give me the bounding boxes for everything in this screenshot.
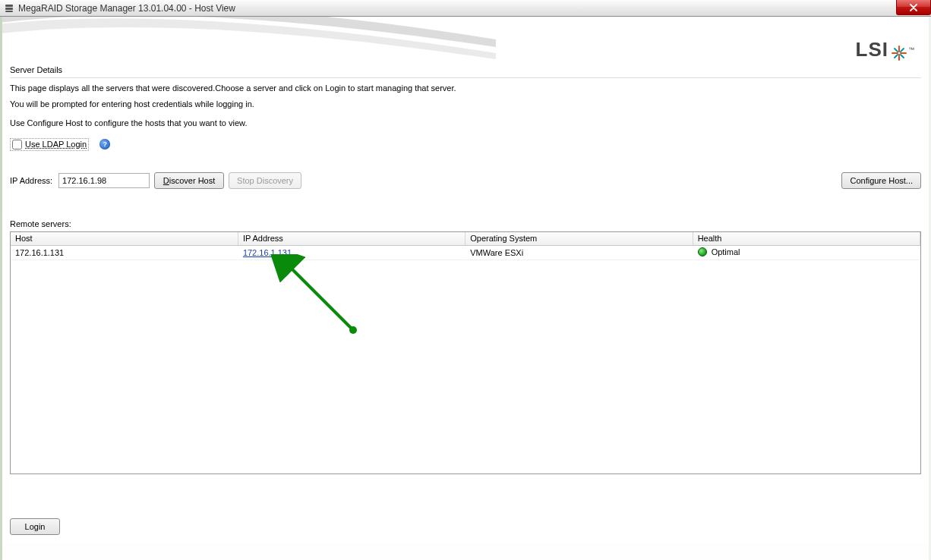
header-swoosh [2,17,496,61]
ldap-login-text: Use LDAP Login [25,140,87,149]
svg-rect-2 [5,11,13,12]
desc-line-1: This page displays all the servers that … [10,83,921,94]
remote-servers-label: Remote servers: [10,219,921,228]
login-button[interactable]: Login [10,518,60,535]
lsi-logo: LSI ™ [856,38,915,61]
desc-line-3: Use Configure Host to configure the host… [10,118,921,129]
close-icon [909,4,918,11]
desc-line-2: You will be prompted for entering host c… [10,99,921,110]
remote-servers-table: Host IP Address Operating System Health … [11,232,920,261]
logo-tm: ™ [908,46,915,53]
cell-os: VMWare ESXi [466,246,693,260]
discover-host-button[interactable]: Discover Host [154,172,224,189]
ldap-login-checkbox[interactable] [12,140,22,149]
server-details-heading: Server Details [10,65,921,78]
col-os[interactable]: Operating System [466,232,693,246]
health-optimal-icon [698,247,707,256]
app-icon [3,2,15,14]
ip-address-label: IP Address: [10,176,52,185]
cell-host: 172.16.1.131 [11,246,238,260]
header-area: LSI ™ [2,17,929,61]
cell-ip-link[interactable]: 172.16.1.131 [243,248,292,257]
cell-health: Optimal [712,247,740,256]
window-title: MegaRAID Storage Manager 13.01.04.00 - H… [18,3,235,14]
col-health[interactable]: Health [693,232,920,246]
col-ip[interactable]: IP Address [238,232,465,246]
window-titlebar: MegaRAID Storage Manager 13.01.04.00 - H… [0,0,931,17]
logo-text: LSI [856,38,888,61]
logo-spark-icon [892,42,907,58]
col-host[interactable]: Host [11,232,238,246]
svg-rect-0 [5,5,13,7]
ldap-login-checkbox-label[interactable]: Use LDAP Login [10,138,89,151]
stop-discovery-button[interactable]: Stop Discovery [229,172,301,189]
ip-address-input[interactable] [58,173,150,188]
table-row[interactable]: 172.16.1.131 172.16.1.131 VMWare ESXi Op… [11,246,920,260]
configure-host-button[interactable]: Configure Host... [841,172,921,189]
window-close-button[interactable] [896,0,931,15]
svg-rect-1 [5,8,13,10]
remote-servers-table-wrap: Host IP Address Operating System Health … [10,231,921,474]
help-icon[interactable]: ? [99,139,110,149]
